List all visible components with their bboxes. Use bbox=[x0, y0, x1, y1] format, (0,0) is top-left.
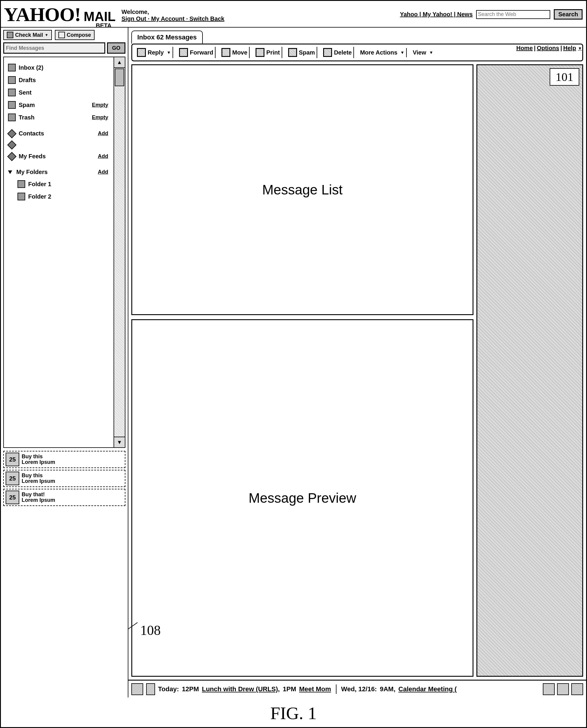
delete-button[interactable]: Delete bbox=[321, 47, 354, 58]
reply-label: Reply bbox=[148, 49, 164, 56]
account-links[interactable]: Sign Out · My Account · Switch Back bbox=[121, 16, 225, 22]
ticker-wed-date: Wed, 12/16: bbox=[341, 685, 377, 693]
folder-icon bbox=[18, 193, 25, 201]
move-icon bbox=[221, 48, 230, 57]
top-site-links[interactable]: Yahoo | My Yahoo! | News bbox=[400, 11, 473, 18]
reply-button[interactable]: Reply ▼ bbox=[135, 47, 173, 58]
nav-home[interactable]: Home bbox=[516, 45, 533, 52]
spam-label: Spam bbox=[299, 49, 315, 56]
disclosure-icon[interactable] bbox=[8, 170, 12, 174]
ad-badge-icon: 25 bbox=[6, 491, 19, 504]
ticker-status-icon-2[interactable] bbox=[557, 683, 569, 695]
ad-sidebar[interactable]: 101 bbox=[476, 64, 583, 677]
spam-button[interactable]: Spam bbox=[286, 47, 317, 58]
ticker-today-label: Today: bbox=[158, 685, 179, 693]
ad-line2: Lorem Ipsum bbox=[22, 497, 55, 503]
group-myfeeds[interactable]: My Feeds Add bbox=[6, 150, 122, 162]
tab-inbox[interactable]: Inbox 62 Messages bbox=[131, 30, 203, 44]
mail-logo-text: MAIL bbox=[84, 9, 116, 24]
main-column: Inbox 62 Messages Reply ▼ Forward Move bbox=[128, 28, 586, 698]
ad-line1: Buy this bbox=[22, 473, 55, 478]
ticker-calendar-icon[interactable] bbox=[131, 683, 143, 695]
sent-label: Sent bbox=[19, 89, 31, 96]
ticker-e2-time: 1PM bbox=[283, 685, 296, 693]
forward-label: Forward bbox=[190, 49, 213, 56]
folder-trash[interactable]: Trash Empty bbox=[6, 111, 122, 124]
scroll-down-icon[interactable]: ▼ bbox=[114, 437, 125, 447]
nav-help[interactable]: Help bbox=[563, 45, 576, 52]
print-button[interactable]: Print bbox=[254, 47, 282, 58]
search-input[interactable] bbox=[476, 10, 550, 19]
app-frame: YAHOO! MAIL BETA Welcome, Sign Out · My … bbox=[0, 0, 587, 728]
group-notepad[interactable] bbox=[6, 139, 122, 150]
inbox-label: Inbox (2) bbox=[19, 64, 43, 71]
delete-label: Delete bbox=[334, 49, 352, 56]
forward-button[interactable]: Forward bbox=[177, 47, 215, 58]
compose-button[interactable]: Compose bbox=[55, 30, 95, 40]
folder-drafts[interactable]: Drafts bbox=[6, 74, 122, 86]
check-mail-button[interactable]: Check Mail ▼ bbox=[3, 30, 52, 40]
ticker-e2-text[interactable]: Meet Mom bbox=[299, 685, 331, 693]
ad-badge-icon: 25 bbox=[6, 472, 19, 485]
group-myfolders[interactable]: My Folders Add bbox=[6, 166, 122, 178]
subfolder-1[interactable]: Folder 1 bbox=[16, 178, 122, 190]
ticker-wed-text[interactable]: Calendar Meeting ( bbox=[398, 685, 457, 693]
subfolder-2[interactable]: Folder 2 bbox=[16, 190, 122, 203]
message-preview-pane[interactable]: Message Preview bbox=[131, 319, 473, 677]
message-list-pane[interactable]: Message List bbox=[131, 64, 473, 315]
myfeeds-add-link[interactable]: Add bbox=[98, 153, 108, 160]
promo-ad-stack: 25 Buy this Lorem Ipsum 25 Buy this Lore… bbox=[1, 451, 128, 508]
myfolders-add-link[interactable]: Add bbox=[98, 169, 108, 175]
notepad-icon bbox=[7, 140, 16, 149]
print-icon bbox=[256, 48, 264, 57]
sent-icon bbox=[8, 89, 16, 96]
trash-empty-link[interactable]: Empty bbox=[92, 114, 108, 121]
calendar-ticker: Today: 12PM Lunch with Drew (URLS), 1PM … bbox=[128, 680, 586, 698]
tab-inbox-label: Inbox 62 Messages bbox=[137, 33, 197, 41]
spam-empty-link[interactable]: Empty bbox=[92, 102, 108, 108]
more-actions-button[interactable]: More Actions ▼ bbox=[358, 48, 407, 57]
ticker-e1-text[interactable]: Lunch with Drew (URLS), bbox=[202, 685, 280, 693]
help-dropdown-icon[interactable]: ▼ bbox=[578, 46, 582, 51]
folder-inbox[interactable]: Inbox (2) bbox=[6, 61, 122, 74]
group-contacts[interactable]: Contacts Add bbox=[6, 128, 122, 139]
ad-badge-value: 25 bbox=[9, 475, 16, 482]
folder-spam[interactable]: Spam Empty bbox=[6, 99, 122, 111]
ad-badge-icon: 25 bbox=[6, 453, 19, 466]
find-messages-input[interactable] bbox=[3, 42, 105, 54]
promo-ad-2[interactable]: 25 Buy this Lorem Ipsum bbox=[3, 470, 125, 487]
more-dropdown-icon[interactable]: ▼ bbox=[400, 50, 404, 55]
tab-row: Inbox 62 Messages bbox=[128, 29, 586, 44]
compose-label: Compose bbox=[67, 32, 91, 38]
ticker-right-icons bbox=[543, 683, 583, 695]
move-button[interactable]: Move bbox=[220, 47, 250, 58]
check-mail-dropdown-icon[interactable]: ▼ bbox=[45, 33, 48, 37]
folder2-label: Folder 2 bbox=[28, 193, 51, 200]
ad-line1: Buy that! bbox=[22, 492, 55, 497]
view-button[interactable]: View ▼ bbox=[411, 48, 435, 57]
ticker-status-icon-1[interactable] bbox=[543, 683, 555, 695]
promo-ad-1[interactable]: 25 Buy this Lorem Ipsum bbox=[3, 451, 125, 468]
contacts-label: Contacts bbox=[19, 130, 44, 137]
contacts-add-link[interactable]: Add bbox=[98, 131, 108, 137]
spam-folder-icon bbox=[8, 101, 16, 109]
body-layout: Check Mail ▼ Compose GO ▲ bbox=[1, 28, 586, 698]
ticker-status-icon-3[interactable] bbox=[571, 683, 583, 695]
promo-ad-3[interactable]: 25 Buy that! Lorem Ipsum bbox=[3, 489, 125, 506]
ticker-nav-icon[interactable] bbox=[146, 683, 155, 695]
view-dropdown-icon[interactable]: ▼ bbox=[429, 50, 433, 55]
folder1-label: Folder 1 bbox=[28, 181, 51, 188]
spam-icon bbox=[288, 48, 297, 57]
forward-icon bbox=[179, 48, 188, 57]
reply-dropdown-icon[interactable]: ▼ bbox=[167, 50, 171, 55]
nav-options[interactable]: Options bbox=[537, 45, 559, 52]
callout-101: 101 bbox=[550, 68, 579, 86]
folder-sent[interactable]: Sent bbox=[6, 86, 122, 99]
move-label: Move bbox=[232, 49, 247, 56]
feeds-icon bbox=[7, 152, 16, 161]
drafts-label: Drafts bbox=[19, 77, 36, 84]
more-label: More Actions bbox=[360, 49, 397, 56]
search-button[interactable]: Search bbox=[554, 9, 583, 20]
find-go-button[interactable]: GO bbox=[107, 42, 125, 54]
message-list-label: Message List bbox=[262, 182, 343, 198]
